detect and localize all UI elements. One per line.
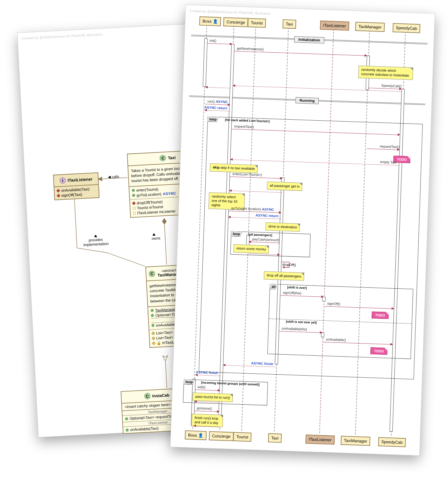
sequence-diagram-sheet: Created by @StefanDensow for PlantUML il…	[170, 5, 435, 456]
actor-speedycab: SpeedyCab	[392, 23, 420, 33]
actor-itaxilistener: ITaxiListener	[320, 21, 349, 31]
actor-tourist: Tourist	[248, 18, 266, 28]
interface-icon: I	[59, 177, 66, 184]
note-finish: finish run() loop and call it a day	[192, 414, 223, 427]
note-drive: drive to destination	[265, 222, 300, 232]
msg-gohome: goHome()	[194, 411, 219, 412]
msg-run: run() ASYNC	[205, 104, 230, 105]
label-calls: ◀ calls	[108, 175, 119, 180]
msg-init: init()	[207, 43, 232, 44]
note-passlist: pass tourist list to run()	[192, 393, 233, 402]
msg-async-return: ASYNC return	[205, 110, 230, 111]
note-getin: all passenger get in	[267, 181, 302, 191]
actor-concierge-b: Concierge	[209, 431, 234, 441]
msg-return	[233, 85, 402, 92]
class-itaxilistener: I ITaxiListener onAvailable(Taxi) signOf…	[53, 172, 100, 200]
frag-alt: alt [shift is over] [shift is not over y…	[267, 284, 413, 359]
actor-tourist-b: Tourist	[233, 432, 251, 442]
msg-dropoff: dropOff()	[282, 262, 296, 267]
class-icon: C	[144, 393, 151, 399]
msg-async-finish2: ASYNC finish	[196, 375, 221, 376]
actor-boss: Boss 👤	[199, 17, 221, 26]
class-name: ITaxiListener	[67, 177, 92, 183]
msg-speedycab: SpeedyCab()	[369, 88, 402, 89]
note-todo: TODO	[372, 311, 388, 319]
note-skip: skip skip if no taxi available	[210, 163, 258, 173]
frag-loop-pass: loop [all passengers]	[230, 231, 310, 257]
watermark-text: Created by @StefanDensow for PlantUML il…	[22, 32, 104, 41]
label-owns: owns	[151, 232, 160, 241]
class-name: InstaCab	[152, 393, 170, 398]
svg-line-3	[165, 360, 167, 388]
note-dropall: drop off all passengers	[264, 271, 304, 281]
actor-concierge: Concierge	[223, 17, 248, 27]
actor-taximanager-b: TaxiManager	[341, 436, 370, 446]
class-methods: onAvailable(Taxi) signOff(Taxi)	[54, 185, 99, 199]
class-icon: C	[149, 270, 155, 277]
actor-itaxilistener-b: ITaxiListener	[305, 434, 335, 444]
actor-speedycab-b: SpeedyCab	[378, 437, 406, 447]
svg-line-2	[164, 218, 167, 264]
note-todo: TODO	[370, 347, 387, 355]
note-random-subclass: randomly decide which concrete subclass …	[358, 65, 413, 80]
note-returnmoney: return some money	[233, 244, 269, 254]
msg-return	[206, 87, 231, 88]
class-icon: C	[160, 155, 166, 161]
label-provides-impl: provides implementation	[83, 233, 109, 247]
class-name: Taxi	[168, 155, 176, 160]
watermark-text: Created by @StefanDensow for PlantUML il…	[189, 9, 271, 15]
actor-taxi-b: Taxi	[268, 433, 282, 443]
actor-boss-b: Boss 👤	[185, 430, 206, 440]
actor-taxi: Taxi	[283, 19, 296, 29]
actor-taximanager: TaxiManager	[355, 22, 385, 32]
divider-init: Initialization	[191, 35, 427, 50]
activation	[203, 38, 207, 87]
